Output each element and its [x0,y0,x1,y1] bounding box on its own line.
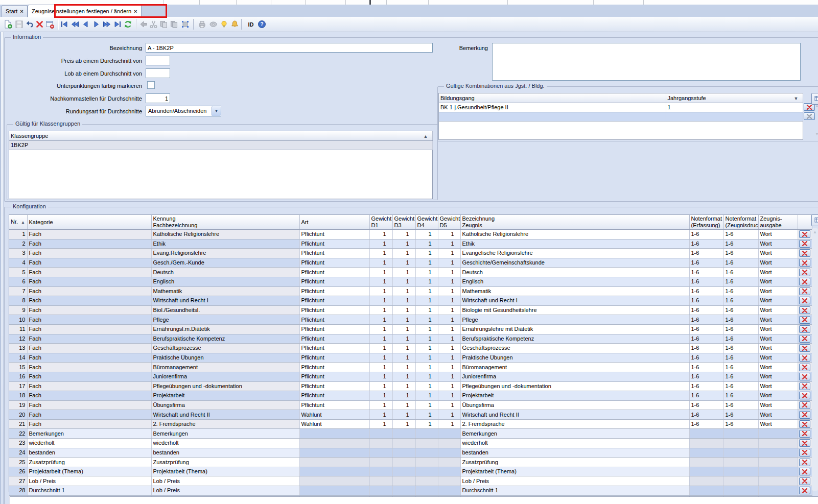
bemerkung-textarea[interactable] [492,43,801,81]
cell-gewicht-d1[interactable]: 1 [369,230,392,239]
cell-gewicht-d3[interactable]: 1 [392,363,415,372]
cell-gewicht-d5[interactable]: 1 [438,400,460,410]
cell-art[interactable]: Pflichtunt [299,249,369,258]
rundungsart-select[interactable]: Abrunden/Abschneiden ▼ [146,106,221,116]
cell-art[interactable]: Pflichtunt [299,372,369,381]
delete-row-button[interactable] [799,297,810,304]
cell-notenformat-erfassung[interactable]: 1-6 [689,363,723,372]
cell-gewicht-d4[interactable]: 1 [415,344,438,353]
sort-asc-icon[interactable]: ▲ [424,133,428,140]
column-header-notenformat-zeugnisdruck[interactable]: Notenformat (Zeugnisdruck) [723,215,758,230]
print-button[interactable] [197,18,207,30]
cell-gewicht-d5[interactable]: 1 [438,249,460,258]
unterpunktungen-checkbox[interactable] [147,81,155,89]
table-row[interactable]: 12 Fach Berufspraktische Kompetenz Pflic… [9,334,812,344]
cell-bezeichnung-zeugnis[interactable]: Katholische Religionslehre [460,230,689,239]
table-row[interactable]: 8 Fach Wirtschaft und Recht I Pflichtunt… [9,296,812,306]
table-row[interactable]: 23 wiederholt wiederholt wiederholt [9,439,812,448]
cell-notenformat-erfassung[interactable]: 1-6 [689,268,723,277]
cell-gewicht-d5[interactable] [438,486,460,496]
cell-gewicht-d4[interactable]: 1 [415,363,438,372]
table-row[interactable]: 13 Fach Geschäftsprozesse Pflichtunt 1 1… [9,344,812,353]
cell-gewicht-d1[interactable]: 1 [369,268,392,277]
cell-zeugnisausgabe[interactable]: Wort [758,410,798,420]
cell-gewicht-d5[interactable]: 1 [438,296,460,306]
cell-gewicht-d3[interactable]: 1 [392,324,415,334]
back-button[interactable] [138,18,149,30]
cell-art[interactable] [299,458,369,467]
cell-gewicht-d1[interactable]: 1 [369,258,392,268]
cell-gewicht-d5[interactable]: 1 [438,391,460,401]
cell-bezeichnung-zeugnis[interactable]: Lob / Preis [460,476,689,486]
cell-zeugnisausgabe[interactable] [758,476,798,486]
cell-art[interactable]: Pflichtunt [299,296,369,306]
column-header-notenformat-erfassung[interactable]: Notenformat (Erfassung) [689,215,723,230]
cell-zeugnisausgabe[interactable]: Wort [758,391,798,401]
tab-start[interactable]: Start × [2,5,28,17]
cell-zeugnisausgabe[interactable] [758,458,798,467]
disc-button[interactable] [208,18,219,30]
bezeichnung-input[interactable] [146,43,433,53]
delete-row-button[interactable] [799,354,810,362]
cell-gewicht-d4[interactable]: 1 [415,372,438,381]
cell-gewicht-d3[interactable]: 1 [392,353,415,363]
cell-notenformat-zeugnisdruck[interactable]: 1-6 [723,344,758,353]
cell-gewicht-d3[interactable]: 1 [392,305,415,315]
cell-notenformat-zeugnisdruck[interactable]: 1-6 [723,410,758,420]
table-row[interactable]: 4 Fach Gesch./Gem.-Kunde Pflichtunt 1 1 … [9,258,812,268]
cell-notenformat-erfassung[interactable] [689,439,723,448]
cell-gewicht-d5[interactable] [438,439,460,448]
delete-row-button[interactable] [799,316,810,324]
delete-row-button[interactable] [799,325,810,333]
cell-art[interactable]: Pflichtunt [299,268,369,277]
cell-gewicht-d3[interactable]: 1 [392,410,415,420]
cell-zeugnisausgabe[interactable]: Wort [758,296,798,306]
cell-gewicht-d3[interactable]: 1 [392,277,415,286]
cell-gewicht-d4[interactable]: 1 [415,268,438,277]
cell-gewicht-d3[interactable]: 1 [392,258,415,268]
cell-gewicht-d1[interactable]: 1 [369,315,392,325]
cell-notenformat-erfassung[interactable]: 1-6 [689,391,723,401]
cell-bezeichnung-zeugnis[interactable]: Wirtschaft und Recht I [460,296,689,306]
cell-zeugnisausgabe[interactable]: Wort [758,400,798,410]
table-row[interactable]: 17 Fach Pflegeübungen und -dokumentation… [9,381,812,391]
cell-bezeichnung-zeugnis[interactable]: Pflegeübungen und -dokumentation [460,381,689,391]
cell-jahrgangsstufe[interactable]: 1 [666,103,803,112]
delete-button[interactable] [34,18,45,30]
cell-zeugnisausgabe[interactable]: Wort [758,277,798,286]
cell-gewicht-d1[interactable]: 1 [369,391,392,401]
table-row[interactable]: 28 Durchschnitt 1 Lob / Preis Durchschni… [9,486,812,496]
tab-close-icon[interactable]: × [20,8,23,14]
cell-notenformat-erfassung[interactable]: 1-6 [689,344,723,353]
cell-bezeichnung-zeugnis[interactable]: Englisch [460,277,689,286]
cell-gewicht-d1[interactable] [369,486,392,496]
cell-gewicht-d5[interactable]: 1 [438,410,460,420]
cell-bezeichnung-zeugnis[interactable]: wiederholt [460,439,689,448]
cell-gewicht-d4[interactable]: 1 [415,296,438,306]
cell-zeugnisausgabe[interactable] [758,439,798,448]
delete-row-button[interactable] [799,392,810,399]
cell-gewicht-d3[interactable] [392,467,415,476]
cell-gewicht-d3[interactable]: 1 [392,315,415,325]
cell-gewicht-d4[interactable]: 1 [415,353,438,363]
cell-bezeichnung-zeugnis[interactable]: Ernährungslehre mit Diätetik [460,324,689,334]
cell-notenformat-zeugnisdruck[interactable]: 1-6 [723,315,758,325]
column-header-gewicht-d1[interactable]: Gewicht D1 [369,215,392,230]
cell-notenformat-zeugnisdruck[interactable]: 1-6 [723,363,758,372]
cell-gewicht-d1[interactable] [369,476,392,486]
cell-gewicht-d3[interactable]: 1 [392,249,415,258]
cell-gewicht-d3[interactable]: 1 [392,286,415,296]
cell-art[interactable]: Pflichtunt [299,353,369,363]
delete-row-button[interactable] [799,477,810,485]
cell-art[interactable]: Wahlunt [299,419,369,429]
cell-zeugnisausgabe[interactable]: Wort [758,419,798,429]
cell-art[interactable]: Wahlunt [299,410,369,420]
cell-notenformat-erfassung[interactable] [689,458,723,467]
cell-gewicht-d1[interactable]: 1 [369,419,392,429]
scroll-up-icon[interactable]: ▲ [813,230,817,234]
cell-gewicht-d4[interactable] [415,467,438,476]
cell-bezeichnung-zeugnis[interactable]: 2. Fremdsprache [460,419,689,429]
cell-gewicht-d4[interactable] [415,486,438,496]
table-row[interactable]: 19 Fach Übungsfirma Pflichtunt 1 1 1 1 Ü… [9,400,812,410]
cell-gewicht-d1[interactable] [369,429,392,439]
